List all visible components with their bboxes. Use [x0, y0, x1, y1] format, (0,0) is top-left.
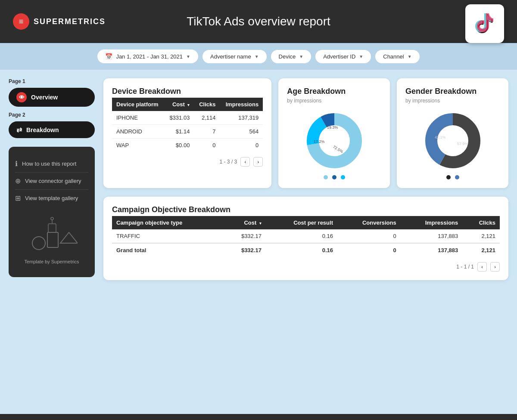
col-cost: Cost ▾	[164, 98, 194, 111]
page-title: TikTok Ads overview report	[187, 15, 330, 28]
page1-label: Page 1	[9, 78, 95, 84]
legend-dot-3	[341, 175, 345, 179]
gender-breakdown-subtitle: by impressions	[405, 98, 500, 104]
template-icon: ⊞	[15, 194, 21, 202]
table-row: WAP $0.00 0 0	[112, 139, 263, 152]
advertiser-id-filter[interactable]: Advertiser ID ▼	[315, 50, 371, 63]
date-filter[interactable]: 📅 Jan 1, 2021 - Jan 31, 2021 ▼	[97, 49, 198, 63]
gender-legend	[446, 175, 459, 179]
sidebar: Page 1 👁 Overview Page 2 ⇄ Breakdown ℹ H…	[9, 78, 95, 405]
page2-label: Page 2	[9, 112, 95, 118]
age-legend	[324, 175, 345, 179]
tiktok-logo	[465, 4, 504, 43]
gender-breakdown-title: Gender Breakdown	[405, 87, 500, 96]
filter-bar: 📅 Jan 1, 2021 - Jan 31, 2021 ▼ Advertise…	[0, 43, 517, 70]
svg-text:57.9%: 57.9%	[457, 142, 468, 146]
sidebar-item-breakdown[interactable]: ⇄ Breakdown	[9, 121, 95, 138]
age-breakdown-subtitle: by impressions	[287, 98, 381, 104]
info-icon: ℹ	[15, 160, 18, 168]
main-layout: Page 1 👁 Overview Page 2 ⇄ Breakdown ℹ H…	[0, 70, 517, 414]
device-pagination: 1 - 3 / 3 ‹ ›	[112, 157, 263, 167]
svg-rect-3	[48, 224, 56, 232]
campaign-breakdown-card: Campaign Objective Breakdown Campaign ob…	[103, 197, 508, 280]
grand-total-row: Grand total $332.17 0.16 0 137,883 2,121	[112, 243, 500, 257]
device-breakdown-card: Device Breakdown Device platform Cost ▾ …	[103, 78, 271, 188]
svg-point-15	[438, 126, 468, 156]
prev-page-button[interactable]: ‹	[240, 157, 250, 167]
device-breakdown-title: Device Breakdown	[112, 87, 263, 96]
svg-text:17.2%: 17.2%	[314, 139, 325, 144]
col-clicks: Clicks	[462, 216, 500, 229]
table-row: TRAFFIC $332.17 0.16 0 137,883 2,121	[112, 229, 500, 243]
table-row: IPHONE $331.03 2,114 137,319	[112, 111, 263, 125]
legend-dot-dark	[446, 175, 451, 179]
gender-donut-chart: 57.9% 42.1%	[405, 111, 500, 179]
next-page-button[interactable]: ›	[253, 157, 263, 167]
col-campaign-type: Campaign objective type	[112, 216, 223, 229]
channel-filter[interactable]: Channel ▼	[375, 50, 419, 63]
svg-point-0	[32, 237, 45, 250]
col-clicks: Clicks	[194, 98, 220, 111]
header: ≡ SUPERMETRICS TikTok Ads overview repor…	[0, 0, 517, 43]
template-label: Template by Supermetrics	[15, 259, 88, 264]
col-impressions: Impressions	[401, 216, 463, 229]
dropdown-arrow: ▼	[299, 54, 303, 59]
col-platform: Device platform	[112, 98, 164, 111]
col-cost-per-result: Cost per result	[266, 216, 337, 229]
connector-icon: ⊕	[15, 177, 21, 185]
supermetrics-logo-icon: ≡	[13, 13, 29, 30]
dropdown-arrow: ▼	[255, 54, 259, 59]
legend-dot-2	[332, 175, 336, 179]
calendar-icon: 📅	[105, 53, 112, 60]
svg-marker-2	[60, 232, 78, 243]
how-to-use-link[interactable]: ℹ How to use this report	[15, 155, 88, 173]
eye-icon: 👁	[16, 92, 27, 102]
logo-area: ≡ SUPERMETRICS	[13, 13, 106, 30]
age-breakdown-card: Age Breakdown by impressions 72.5% 19.3%…	[278, 78, 390, 188]
svg-rect-1	[47, 232, 58, 247]
device-filter[interactable]: Device ▼	[271, 50, 311, 63]
age-breakdown-title: Age Breakdown	[287, 87, 381, 96]
campaign-breakdown-title: Campaign Objective Breakdown	[112, 205, 500, 214]
svg-text:19.3%: 19.3%	[327, 125, 338, 130]
table-row: ANDROID $1.14 7 564	[112, 125, 263, 139]
gender-breakdown-card: Gender Breakdown by impressions 57.9% 42…	[397, 78, 508, 188]
advertiser-name-filter[interactable]: Advertiser name ▼	[202, 50, 267, 63]
content-area: Device Breakdown Device platform Cost ▾ …	[103, 78, 508, 405]
cards-row: Device Breakdown Device platform Cost ▾ …	[103, 78, 508, 188]
prev-page-button[interactable]: ‹	[477, 262, 487, 272]
col-campaign-cost: Cost ▾	[223, 216, 266, 229]
dropdown-arrow: ▼	[359, 54, 363, 59]
sidebar-illustration: Template by Supermetrics	[15, 207, 88, 269]
campaign-table: Campaign objective type Cost ▾ Cost per …	[112, 216, 500, 257]
sidebar-item-overview[interactable]: 👁 Overview	[9, 88, 95, 107]
device-breakdown-table: Device platform Cost ▾ Clicks Impression…	[112, 98, 263, 152]
next-page-button[interactable]: ›	[490, 262, 500, 272]
footer: © Supermetrics 2020 𝕏 in f	[0, 414, 517, 420]
sidebar-panel: ℹ How to use this report ⊕ View connecto…	[9, 147, 95, 277]
legend-dot-blue	[455, 175, 459, 179]
breakdown-icon: ⇄	[16, 126, 22, 134]
connector-gallery-link[interactable]: ⊕ View connector gallery	[15, 173, 88, 190]
legend-dot-1	[324, 175, 328, 179]
age-donut-chart: 72.5% 19.3% 17.2%	[287, 111, 381, 179]
template-gallery-link[interactable]: ⊞ View template gallery	[15, 190, 88, 207]
col-conversions: Conversions	[337, 216, 401, 229]
dropdown-arrow: ▼	[408, 54, 412, 59]
col-impressions: Impressions	[220, 98, 263, 111]
campaign-pagination: 1 - 1 / 1 ‹ ›	[112, 262, 500, 272]
logo-text: SUPERMETRICS	[34, 17, 106, 26]
dropdown-arrow: ▼	[186, 54, 190, 59]
svg-text:42.1%: 42.1%	[435, 135, 446, 139]
